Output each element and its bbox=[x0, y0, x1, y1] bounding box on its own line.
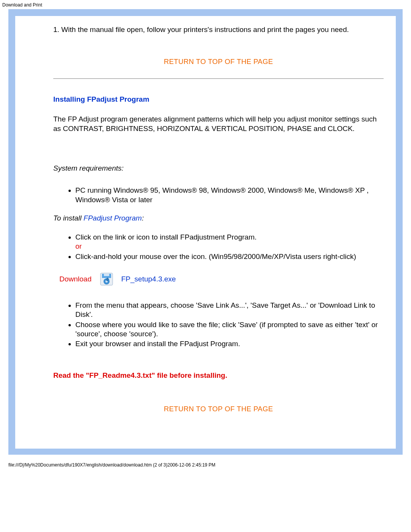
to-install-suffix: : bbox=[142, 214, 144, 222]
download-file-link[interactable]: FP_setup4.3.exe bbox=[121, 275, 176, 284]
to-install-prefix: To install bbox=[53, 214, 84, 222]
download-label: Download bbox=[59, 275, 92, 284]
list-item: Click-and-hold your mouse over the icon.… bbox=[75, 252, 384, 261]
system-requirements-heading: System requirements: bbox=[53, 164, 384, 173]
return-to-top-anchor-1[interactable]: RETURN TO TOP OF THE PAGE bbox=[164, 58, 273, 66]
list-item: PC running Windows® 95, Windows® 98, Win… bbox=[75, 186, 384, 204]
fpadjust-program-link[interactable]: FPadjust Program bbox=[84, 214, 142, 222]
page-header-label: Download and Print bbox=[0, 0, 411, 9]
content-frame: 1. With the manual file open, follow you… bbox=[8, 9, 403, 455]
system-requirements-list: PC running Windows® 95, Windows® 98, Win… bbox=[53, 186, 384, 204]
readme-warning: Read the "FP_Readme4.3.txt" file before … bbox=[53, 371, 384, 380]
section-heading-fpadjust: Installing FPadjust Program bbox=[53, 95, 384, 104]
fpadjust-intro-paragraph: The FP Adjust program generates alignmen… bbox=[53, 115, 384, 133]
install-steps-list: Click on the link or icon to install FPa… bbox=[53, 233, 384, 261]
or-text: or bbox=[75, 242, 82, 250]
after-download-steps-list: From the menu that appears, choose 'Save… bbox=[53, 301, 384, 349]
disk-download-icon[interactable] bbox=[100, 273, 113, 286]
section-divider bbox=[53, 78, 384, 79]
return-to-top-anchor-2[interactable]: RETURN TO TOP OF THE PAGE bbox=[164, 405, 273, 413]
footer-file-path: file:///D|/My%20Documents/dfu/190X7/engl… bbox=[0, 462, 411, 471]
return-to-top-link-2[interactable]: RETURN TO TOP OF THE PAGE bbox=[53, 404, 384, 414]
to-install-heading: To install FPadjust Program: bbox=[53, 214, 384, 223]
install-step-1: Click on the link or icon to install FPa… bbox=[75, 233, 256, 241]
svg-rect-2 bbox=[104, 274, 109, 276]
list-item: Click on the link or icon to install FPa… bbox=[75, 233, 384, 251]
list-item: Exit your browser and install the FPadju… bbox=[75, 339, 384, 348]
return-to-top-link-1[interactable]: RETURN TO TOP OF THE PAGE bbox=[53, 57, 384, 66]
print-instruction: 1. With the manual file open, follow you… bbox=[53, 25, 384, 34]
download-file-anchor[interactable]: FP_setup4.3.exe bbox=[121, 275, 176, 283]
list-item: Choose where you would like to save the … bbox=[75, 320, 384, 339]
download-row: Download FP_setup4.3.exe bbox=[59, 273, 384, 286]
list-item: From the menu that appears, choose 'Save… bbox=[75, 301, 384, 320]
